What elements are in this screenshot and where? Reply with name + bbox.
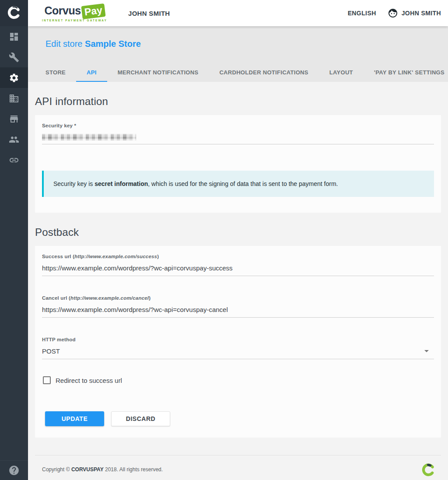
security-key-masked-value[interactable] [42,134,136,140]
footer: Copyright © CORVUSPAY 2018. All rights r… [35,455,441,476]
update-button[interactable]: UPDATE [45,411,104,426]
merchant-name: JOHN SMITH [128,10,170,17]
corvuspay-c-icon [7,5,21,21]
tab-layout[interactable]: LAYOUT [319,64,364,82]
postback-card: Success url (http://www.example.com/succ… [35,246,441,438]
sidebar-item-links[interactable] [0,150,28,170]
api-information-card: Security key * Security key is secret in… [35,115,441,213]
user-menu[interactable]: JOHN SMITH [388,8,441,18]
success-url-example: http://www.example.com/success [74,254,157,259]
sidebar-help-button[interactable] [0,460,28,480]
link-icon [9,155,19,165]
http-method-label: HTTP method [42,337,434,342]
redirect-checkbox-row[interactable]: Redirect to success url [42,376,434,384]
success-url-label-suffix: ) [157,254,159,259]
brand-text-pay: Pay [81,4,105,19]
tab-api[interactable]: API [76,64,107,82]
sidebar-item-stores[interactable] [0,109,28,129]
corvuspay-footer-logo-icon [422,462,435,476]
wrench-icon [9,52,19,63]
success-url-label-prefix: Success url ( [42,254,74,259]
page-title-prefix: Edit store [46,39,85,49]
security-key-info-note: Security key is secret information, whic… [42,171,434,197]
main-column: Corvus Pay INTERNET PAYMENT GATEWAY JOHN… [28,0,448,480]
cancel-url-label: Cancel url (http://www.example.com/cance… [42,295,434,301]
cancel-url-label-prefix: Cancel url ( [42,295,70,301]
info-note-bold: secret information [94,180,148,187]
sidebar-logo[interactable] [0,0,28,26]
user-name: JOHN SMITH [402,10,441,17]
sidebar-item-company[interactable] [0,88,28,109]
form-actions: UPDATE DISCARD [45,411,434,426]
redirect-checkbox-label[interactable]: Redirect to success url [56,377,122,384]
store-icon [9,114,19,124]
security-key-label: Security key * [42,123,434,128]
redirect-checkbox[interactable] [43,376,51,384]
copyright-text: Copyright © CORVUSPAY 2018. All rights r… [42,466,163,473]
page-title: Edit store Sample Store [46,39,448,49]
tab-cardholder-notifications[interactable]: CARDHOLDER NOTIFICATIONS [209,64,318,82]
brand-tagline: INTERNET PAYMENT GATEWAY [42,19,107,22]
http-method-select[interactable]: POST [42,347,434,359]
cancel-url-example: http://www.example.com/cancel [70,295,149,301]
cancel-url-label-suffix: ) [149,295,150,301]
api-information-heading: API information [35,95,441,108]
sidebar-item-dashboard[interactable] [0,26,28,47]
language-selector[interactable]: ENGLISH [348,10,376,17]
chevron-down-icon [424,350,429,352]
sidebar-item-tools[interactable] [0,47,28,67]
security-key-underline [42,144,434,144]
sidebar-item-users[interactable] [0,129,28,150]
copyright-suffix: 2018. All rights reserved. [104,466,163,473]
tab-merchant-notifications[interactable]: MERCHANT NOTIFICATIONS [107,64,209,82]
tab-bar: STORE API MERCHANT NOTIFICATIONS CARDHOL… [28,64,448,82]
people-icon [9,134,19,145]
top-bar: Corvus Pay INTERNET PAYMENT GATEWAY JOHN… [28,0,448,26]
help-icon [8,465,20,476]
settings-icon [9,73,19,83]
success-url-label: Success url (http://www.example.com/succ… [42,254,434,259]
page-title-store-name: Sample Store [85,39,141,49]
copyright-brand: CORVUSPAY [71,466,104,473]
building-icon [9,93,19,104]
success-url-input[interactable] [42,264,434,276]
page-head: Edit store Sample Store STORE API MERCHA… [28,26,448,82]
info-note-prefix: Security key is [53,180,94,187]
postback-heading: Postback [35,226,441,238]
discard-button[interactable]: DISCARD [111,411,170,426]
info-note-suffix: , which is used for the signing of data … [148,180,338,187]
sidebar-nav [0,26,28,170]
tab-pay-by-link-settings[interactable]: 'PAY BY LINK' SETTINGS [364,64,448,82]
dashboard-icon [9,32,19,42]
corvuspay-logo[interactable]: Corvus Pay INTERNET PAYMENT GATEWAY [42,4,107,22]
copyright-prefix: Copyright © [42,466,71,473]
sidebar [0,0,28,480]
cancel-url-input[interactable] [42,306,434,318]
brand-text-corvus: Corvus [44,4,80,17]
tab-store[interactable]: STORE [35,64,76,82]
sidebar-item-settings[interactable] [0,67,28,88]
face-avatar-icon [388,8,398,18]
http-method-value: POST [42,347,60,355]
content: API information Security key * Security … [28,82,448,480]
